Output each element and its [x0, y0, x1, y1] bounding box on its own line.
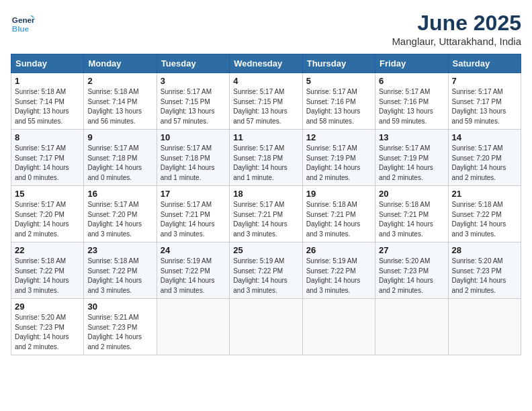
calendar-cell: 18Sunrise: 5:17 AM Sunset: 7:21 PM Dayli… — [230, 186, 302, 242]
calendar-cell: 21Sunrise: 5:18 AM Sunset: 7:22 PM Dayli… — [448, 186, 521, 242]
svg-text:Blue: Blue — [12, 24, 30, 33]
day-number: 27 — [379, 245, 444, 255]
weekday-header-wednesday: Wednesday — [230, 54, 302, 73]
weekday-header-friday: Friday — [375, 54, 448, 73]
day-number: 2 — [87, 76, 152, 86]
calendar-cell — [230, 299, 302, 355]
month-title: June 2025 — [392, 11, 521, 36]
day-info: Sunrise: 5:18 AM Sunset: 7:14 PM Dayligh… — [15, 87, 80, 126]
day-number: 6 — [379, 76, 444, 86]
day-info: Sunrise: 5:17 AM Sunset: 7:18 PM Dayligh… — [161, 144, 226, 183]
calendar-week-1: 1Sunrise: 5:18 AM Sunset: 7:14 PM Daylig… — [11, 73, 521, 130]
day-info: Sunrise: 5:19 AM Sunset: 7:22 PM Dayligh… — [233, 257, 298, 295]
day-number: 8 — [15, 132, 80, 142]
calendar-cell — [157, 299, 229, 355]
calendar-cell: 6Sunrise: 5:17 AM Sunset: 7:16 PM Daylig… — [375, 73, 448, 130]
day-number: 1 — [15, 76, 80, 86]
day-number: 16 — [87, 189, 152, 199]
day-info: Sunrise: 5:17 AM Sunset: 7:20 PM Dayligh… — [87, 200, 152, 239]
day-number: 25 — [233, 245, 298, 255]
weekday-header-thursday: Thursday — [302, 54, 375, 73]
calendar-week-3: 15Sunrise: 5:17 AM Sunset: 7:20 PM Dayli… — [11, 186, 521, 242]
calendar-cell: 25Sunrise: 5:19 AM Sunset: 7:22 PM Dayli… — [230, 242, 302, 299]
day-number: 9 — [87, 132, 152, 142]
day-info: Sunrise: 5:18 AM Sunset: 7:22 PM Dayligh… — [15, 257, 80, 295]
calendar-cell: 14Sunrise: 5:17 AM Sunset: 7:20 PM Dayli… — [448, 130, 521, 186]
day-info: Sunrise: 5:17 AM Sunset: 7:17 PM Dayligh… — [15, 144, 80, 183]
day-number: 17 — [161, 189, 226, 199]
calendar-cell: 17Sunrise: 5:17 AM Sunset: 7:21 PM Dayli… — [157, 186, 229, 242]
day-number: 30 — [87, 302, 152, 312]
day-info: Sunrise: 5:17 AM Sunset: 7:18 PM Dayligh… — [87, 144, 152, 183]
logo-icon: General Blue — [11, 11, 35, 35]
day-number: 5 — [306, 76, 371, 86]
day-info: Sunrise: 5:17 AM Sunset: 7:20 PM Dayligh… — [452, 144, 517, 183]
day-number: 26 — [306, 245, 371, 255]
day-info: Sunrise: 5:18 AM Sunset: 7:14 PM Dayligh… — [87, 87, 152, 126]
weekday-header-sunday: Sunday — [11, 54, 84, 73]
day-number: 28 — [452, 245, 517, 255]
day-info: Sunrise: 5:17 AM Sunset: 7:18 PM Dayligh… — [233, 144, 298, 183]
calendar-cell: 22Sunrise: 5:18 AM Sunset: 7:22 PM Dayli… — [11, 242, 84, 299]
day-info: Sunrise: 5:17 AM Sunset: 7:15 PM Dayligh… — [161, 87, 226, 126]
day-number: 15 — [15, 189, 80, 199]
calendar-cell: 8Sunrise: 5:17 AM Sunset: 7:17 PM Daylig… — [11, 130, 84, 186]
weekday-header-saturday: Saturday — [448, 54, 521, 73]
day-info: Sunrise: 5:17 AM Sunset: 7:15 PM Dayligh… — [233, 87, 298, 126]
weekday-header-row: SundayMondayTuesdayWednesdayThursdayFrid… — [11, 54, 521, 73]
calendar-cell: 9Sunrise: 5:17 AM Sunset: 7:18 PM Daylig… — [84, 130, 157, 186]
calendar-cell: 5Sunrise: 5:17 AM Sunset: 7:16 PM Daylig… — [302, 73, 375, 130]
calendar-cell — [448, 299, 521, 355]
page-header: General Blue June 2025 Manglaur, Uttarak… — [11, 11, 521, 47]
day-number: 10 — [161, 132, 226, 142]
calendar-cell: 11Sunrise: 5:17 AM Sunset: 7:18 PM Dayli… — [230, 130, 302, 186]
calendar-cell: 10Sunrise: 5:17 AM Sunset: 7:18 PM Dayli… — [157, 130, 229, 186]
calendar-week-2: 8Sunrise: 5:17 AM Sunset: 7:17 PM Daylig… — [11, 130, 521, 186]
day-info: Sunrise: 5:17 AM Sunset: 7:20 PM Dayligh… — [15, 200, 80, 239]
calendar-cell: 7Sunrise: 5:17 AM Sunset: 7:17 PM Daylig… — [448, 73, 521, 130]
calendar-cell: 12Sunrise: 5:17 AM Sunset: 7:19 PM Dayli… — [302, 130, 375, 186]
day-number: 29 — [15, 302, 80, 312]
day-info: Sunrise: 5:17 AM Sunset: 7:16 PM Dayligh… — [306, 87, 371, 126]
day-info: Sunrise: 5:17 AM Sunset: 7:17 PM Dayligh… — [452, 87, 517, 126]
day-info: Sunrise: 5:19 AM Sunset: 7:22 PM Dayligh… — [306, 257, 371, 295]
calendar-cell — [302, 299, 375, 355]
day-info: Sunrise: 5:21 AM Sunset: 7:23 PM Dayligh… — [87, 313, 152, 352]
title-area: June 2025 Manglaur, Uttarakhand, India — [392, 11, 521, 47]
day-info: Sunrise: 5:18 AM Sunset: 7:21 PM Dayligh… — [379, 200, 444, 239]
calendar-cell: 19Sunrise: 5:18 AM Sunset: 7:21 PM Dayli… — [302, 186, 375, 242]
day-info: Sunrise: 5:17 AM Sunset: 7:16 PM Dayligh… — [379, 87, 444, 126]
calendar-cell: 13Sunrise: 5:17 AM Sunset: 7:19 PM Dayli… — [375, 130, 448, 186]
svg-text:General: General — [12, 15, 35, 24]
calendar-cell: 24Sunrise: 5:19 AM Sunset: 7:22 PM Dayli… — [157, 242, 229, 299]
weekday-header-monday: Monday — [84, 54, 157, 73]
day-info: Sunrise: 5:17 AM Sunset: 7:21 PM Dayligh… — [161, 200, 226, 239]
location-title: Manglaur, Uttarakhand, India — [392, 36, 521, 47]
day-number: 21 — [452, 189, 517, 199]
day-number: 19 — [306, 189, 371, 199]
logo: General Blue — [11, 11, 35, 35]
day-number: 7 — [452, 76, 517, 86]
day-number: 23 — [87, 245, 152, 255]
day-number: 20 — [379, 189, 444, 199]
calendar-cell: 4Sunrise: 5:17 AM Sunset: 7:15 PM Daylig… — [230, 73, 302, 130]
day-number: 22 — [15, 245, 80, 255]
day-info: Sunrise: 5:18 AM Sunset: 7:21 PM Dayligh… — [306, 200, 371, 239]
day-info: Sunrise: 5:19 AM Sunset: 7:22 PM Dayligh… — [161, 257, 226, 295]
calendar-cell: 2Sunrise: 5:18 AM Sunset: 7:14 PM Daylig… — [84, 73, 157, 130]
day-number: 3 — [161, 76, 226, 86]
calendar-cell: 26Sunrise: 5:19 AM Sunset: 7:22 PM Dayli… — [302, 242, 375, 299]
day-number: 12 — [306, 132, 371, 142]
day-number: 4 — [233, 76, 298, 86]
calendar-table: SundayMondayTuesdayWednesdayThursdayFrid… — [11, 54, 521, 355]
calendar-cell: 27Sunrise: 5:20 AM Sunset: 7:23 PM Dayli… — [375, 242, 448, 299]
day-number: 24 — [161, 245, 226, 255]
day-info: Sunrise: 5:18 AM Sunset: 7:22 PM Dayligh… — [87, 257, 152, 295]
calendar-cell: 3Sunrise: 5:17 AM Sunset: 7:15 PM Daylig… — [157, 73, 229, 130]
day-info: Sunrise: 5:17 AM Sunset: 7:19 PM Dayligh… — [306, 144, 371, 183]
day-number: 18 — [233, 189, 298, 199]
calendar-cell: 1Sunrise: 5:18 AM Sunset: 7:14 PM Daylig… — [11, 73, 84, 130]
day-number: 11 — [233, 132, 298, 142]
day-info: Sunrise: 5:20 AM Sunset: 7:23 PM Dayligh… — [15, 313, 80, 352]
day-info: Sunrise: 5:17 AM Sunset: 7:19 PM Dayligh… — [379, 144, 444, 183]
